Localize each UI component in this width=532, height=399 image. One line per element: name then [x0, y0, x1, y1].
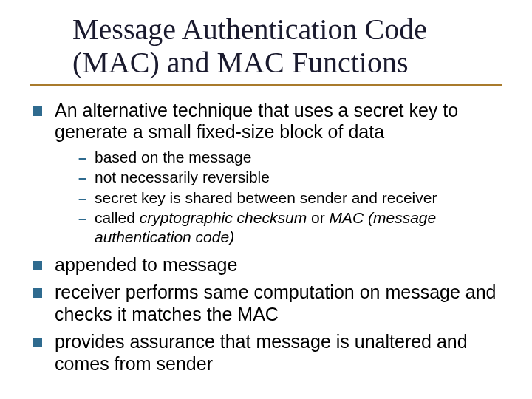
sub-bullet-item: not necessarily reversible	[78, 168, 502, 187]
bullet-item: appended to message	[30, 254, 502, 276]
bullet-item: provides assurance that message is unalt…	[30, 331, 502, 375]
bullet-item: An alternative technique that uses a sec…	[30, 100, 502, 247]
title-underline	[30, 84, 502, 86]
sub-bullet-text-prefix: called	[95, 209, 140, 226]
sub-bullet-item: based on the message	[78, 148, 502, 167]
bullet-text: provides assurance that message is unalt…	[55, 331, 468, 374]
title-line-1: Message Authentication Code	[72, 13, 427, 46]
sub-bullet-text-mid: or	[307, 209, 329, 226]
title-line-2: (MAC) and MAC Functions	[72, 46, 408, 79]
sub-bullet-text: based on the message	[95, 149, 251, 166]
slide-title: Message Authentication Code (MAC) and MA…	[72, 13, 502, 80]
bullet-item: receiver performs same computation on me…	[30, 282, 502, 325]
slide-body: An alternative technique that uses a sec…	[30, 100, 502, 375]
sub-bullet-list: based on the message not necessarily rev…	[55, 148, 502, 247]
sub-bullet-em: cryptographic checksum	[140, 209, 307, 226]
sub-bullet-text: secret key is shared between sender and …	[95, 189, 437, 206]
bullet-text: receiver performs same computation on me…	[55, 282, 497, 324]
bullet-list: An alternative technique that uses a sec…	[30, 100, 502, 375]
slide: Message Authentication Code (MAC) and MA…	[0, 0, 532, 399]
sub-bullet-text: not necessarily reversible	[95, 168, 270, 185]
sub-bullet-item: called cryptographic checksum or MAC (me…	[78, 208, 502, 246]
bullet-text: appended to message	[55, 254, 237, 275]
sub-bullet-item: secret key is shared between sender and …	[78, 188, 502, 208]
bullet-text: An alternative technique that uses a sec…	[55, 100, 458, 143]
